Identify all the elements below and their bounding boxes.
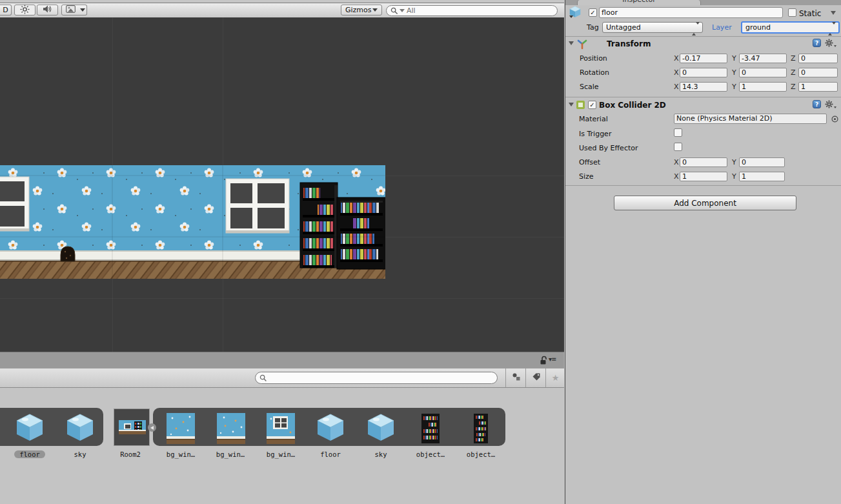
help-icon[interactable]: ?: [813, 39, 821, 47]
tab-inspector[interactable]: Inspector: [577, 0, 701, 5]
tag-value: Untagged: [606, 23, 641, 32]
sun-icon: [20, 5, 30, 16]
box-collider-foldout[interactable]: [569, 103, 574, 106]
is-trigger-checkbox[interactable]: [674, 128, 682, 137]
effects-toggle-button[interactable]: [61, 5, 79, 15]
asset-label-floor[interactable]: floor: [5, 450, 54, 458]
used-by-effector-checkbox[interactable]: [674, 143, 682, 151]
gameobject-name-field[interactable]: floor: [599, 7, 783, 18]
search-by-type-button[interactable]: [505, 368, 526, 387]
axis-z: Z: [791, 68, 796, 77]
asset-thumb-floor[interactable]: [14, 413, 45, 443]
room-window-left: [0, 177, 29, 231]
2d-toggle-label: D: [3, 6, 8, 14]
room-window-center: [226, 179, 289, 233]
asset-label-object-1[interactable]: object…: [406, 450, 455, 458]
scene-search-filter: All: [407, 6, 416, 15]
inspector-panel: Inspector ✓ floor Static Tag Untagged La…: [565, 0, 841, 504]
axis-z: Z: [791, 83, 796, 91]
2d-toggle-button[interactable]: D: [0, 5, 12, 15]
add-component-button[interactable]: Add Component: [614, 196, 796, 210]
layer-dropdown[interactable]: ground: [741, 21, 840, 34]
asset-thumb-bg-win-3[interactable]: [267, 413, 295, 444]
asset-thumb-floor-2[interactable]: [315, 413, 346, 443]
size-y-field[interactable]: 1: [739, 172, 785, 181]
asset-thumb-bg-win-1[interactable]: [167, 413, 195, 444]
scale-label: Scale: [580, 83, 599, 91]
axis-x: X: [674, 158, 679, 166]
audio-toggle-button[interactable]: [37, 5, 58, 15]
static-checkbox[interactable]: [788, 8, 796, 17]
position-z-field[interactable]: 0: [798, 54, 838, 63]
scene-view[interactable]: [0, 17, 564, 352]
rotation-x-field[interactable]: 0: [680, 68, 727, 77]
asset-thumb-sky-2[interactable]: [365, 413, 396, 443]
asset-label-bg-win-3[interactable]: bg_win…: [256, 450, 305, 458]
asset-thumb-room2[interactable]: [119, 420, 146, 434]
gameobject-active-checkbox[interactable]: ✓: [589, 8, 597, 17]
asset-label-bg-win-2[interactable]: bg_win…: [206, 450, 255, 458]
rotation-y-field[interactable]: 0: [739, 68, 787, 77]
material-label: Material: [579, 115, 608, 123]
asset-label-floor-2[interactable]: floor: [306, 450, 355, 458]
asset-thumb-object-1[interactable]: [421, 414, 440, 443]
box-collider-enabled-checkbox[interactable]: ✓: [588, 101, 596, 109]
axis-z: Z: [791, 54, 796, 63]
tag-label: Tag: [587, 23, 599, 32]
project-asset-grid[interactable]: [0, 388, 564, 504]
axis-y: Y: [732, 83, 736, 91]
favorites-button[interactable]: ★: [545, 368, 565, 387]
chevron-down-icon: [80, 8, 85, 12]
transform-foldout[interactable]: [569, 41, 574, 45]
lock-icon[interactable]: [540, 356, 547, 367]
asset-label-sky[interactable]: sky: [56, 450, 105, 458]
scale-x-field[interactable]: 14.3: [680, 82, 727, 92]
gizmos-dropdown[interactable]: Gizmos: [341, 5, 382, 15]
scale-z-field[interactable]: 1: [798, 82, 838, 92]
room-bookshelf-tall: [300, 183, 338, 268]
search-filter-caret-icon: [400, 9, 405, 12]
icon-picker-caret[interactable]: [569, 15, 573, 18]
search-by-label-button[interactable]: [525, 368, 546, 387]
scene-search-input[interactable]: All: [386, 5, 558, 16]
room-scene-sprite[interactable]: [0, 165, 385, 279]
gear-icon[interactable]: [825, 39, 836, 47]
panel-menu-icon[interactable]: ▾≡: [549, 356, 556, 363]
asset-thumb-object-2[interactable]: [474, 414, 488, 443]
is-trigger-label: Is Trigger: [579, 130, 611, 138]
material-field[interactable]: None (Physics Material 2D): [674, 114, 827, 124]
project-search-input[interactable]: [255, 372, 498, 384]
tag-dropdown[interactable]: Untagged: [602, 22, 703, 33]
asset-thumb-sky[interactable]: [65, 413, 96, 443]
scale-y-field[interactable]: 1: [739, 82, 787, 92]
asset-label-object-2[interactable]: object…: [456, 450, 505, 458]
axis-x: X: [674, 54, 679, 63]
axis-y: Y: [732, 172, 736, 181]
static-dropdown-caret[interactable]: [831, 11, 836, 15]
position-x-field[interactable]: -0.17: [680, 54, 727, 63]
size-x-field[interactable]: 1: [680, 172, 727, 181]
asset-label-bg-win-1[interactable]: bg_win…: [156, 450, 205, 458]
transform-icon: [576, 38, 588, 50]
position-label: Position: [580, 54, 607, 63]
object-picker-icon[interactable]: [831, 116, 838, 123]
offset-label: Offset: [579, 158, 600, 166]
transform-title: Transform: [607, 39, 651, 48]
help-icon[interactable]: ?: [813, 100, 821, 108]
sprite-collapse-button[interactable]: [148, 423, 156, 432]
project-panel-header: ▾≡: [0, 352, 564, 368]
lighting-toggle-button[interactable]: [14, 5, 35, 15]
rotation-z-field[interactable]: 0: [798, 68, 838, 77]
inspector-tabstrip: Inspector: [565, 0, 841, 5]
offset-x-field[interactable]: 0: [680, 157, 727, 167]
offset-y-field[interactable]: 0: [739, 157, 785, 167]
scene-toolbar: D: [0, 3, 564, 18]
asset-thumb-bg-win-2[interactable]: [217, 413, 245, 444]
gear-icon[interactable]: [825, 100, 836, 108]
asset-label-sky-2[interactable]: sky: [356, 450, 405, 458]
asset-label-room2[interactable]: Room2: [106, 450, 155, 458]
position-y-field[interactable]: -3.47: [739, 54, 787, 63]
effects-dropdown-button[interactable]: [79, 5, 87, 15]
chevron-left-icon: [150, 426, 154, 430]
gizmos-label: Gizmos: [345, 6, 372, 14]
